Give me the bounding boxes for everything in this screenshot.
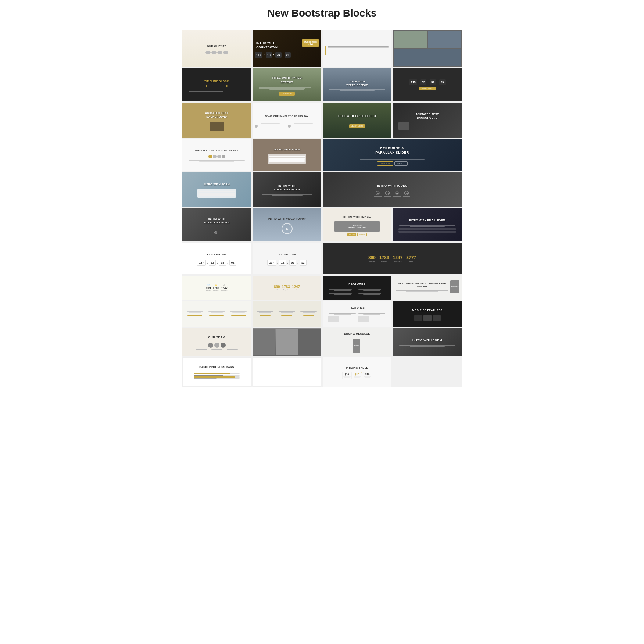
- block-milestones[interactable]: [323, 30, 391, 67]
- cm-a: 899: [274, 285, 280, 289]
- block-placeholder-r11c3: [253, 357, 321, 387]
- block-title-typed-laptop[interactable]: TITLE WITHTYPED EFFECT: [323, 68, 391, 101]
- fantastic-users-label: WHAT OUR FANTASTIC USERS SAY: [264, 113, 310, 119]
- block-photo-top-right[interactable]: [393, 30, 462, 67]
- block-team-photos[interactable]: [253, 328, 321, 356]
- kenburns-btn1[interactable]: LEARN MORE: [377, 161, 393, 166]
- block-services-light[interactable]: [182, 301, 251, 327]
- ci-a: 899: [206, 286, 211, 290]
- block-intro-form-photo-row4[interactable]: INTRO WITH FORM: [253, 139, 321, 171]
- cdw2-hours: 12: [279, 260, 286, 266]
- intro-video-label: INTRO WITH VIDEO POPUP: [266, 216, 307, 222]
- block-intro-sub-form-r6[interactable]: INTRO WITHSUBSCRIBE FORM: [182, 208, 251, 242]
- cdw1-hours: 12: [209, 260, 216, 266]
- counter-b: 1783: [379, 255, 389, 260]
- img-btn2[interactable]: BUTTON: [357, 233, 367, 236]
- cdw1-secs: 02: [229, 260, 236, 266]
- counter-b-label: Projects: [379, 260, 389, 262]
- intro-form-bot-label: INTRO WITH FORM: [411, 337, 444, 344]
- intro-icons-label: INTRO WITH ICONS: [375, 182, 409, 189]
- intro-email-label: INTRO WITH EMAIL FORM: [408, 217, 447, 224]
- cm-c: 1247: [292, 285, 300, 289]
- animated-text-gold-label: ANIMATED TEXTBACKGROUND: [204, 110, 230, 120]
- drop-msg-label: DROP A MESSAGE: [343, 331, 372, 337]
- block-counter-icons[interactable]: 📄 899 articles 📁 1783 Projects ⚙ 1247 me…: [182, 276, 251, 300]
- pricing-table-label: PRICING TABLE: [344, 365, 369, 371]
- block-animated-text-dark[interactable]: ANIMATED TEXTBACKGROUND: [393, 103, 462, 138]
- toolkit-label: MEET THE MOBIRISE 3 LANDING PAGE TOOLKIT: [395, 280, 449, 290]
- timeline-label: TIMELINE BLOCK: [203, 78, 230, 85]
- cdw2-secs: 52: [300, 260, 307, 266]
- block-intro-form-blur[interactable]: INTRO WITH FORM: [182, 172, 251, 207]
- block-intro-icons[interactable]: INTRO WITH ICONS ⊕ ◎: [323, 172, 462, 207]
- block-intro-form-bottom[interactable]: INTRO WITH FORM: [393, 328, 462, 356]
- block-title-typed-mountain[interactable]: TITLE WITH TYPEDEFFECT LEARN MORE: [253, 68, 321, 101]
- block-countdown-w1[interactable]: COUNTDOWN 137 : 12 : 02 : 02: [182, 243, 251, 274]
- features-lg-label: FEATURES: [348, 305, 366, 311]
- block-intro-video[interactable]: INTRO WITH VIDEO POPUP ▶: [253, 208, 321, 242]
- block-mobirise-features[interactable]: MOBIRISE FEATURES: [393, 301, 462, 327]
- block-features-dark[interactable]: FEATURES: [323, 276, 391, 300]
- our-team-label: OUR TEAM: [207, 334, 227, 341]
- block-fantastic-users2[interactable]: WHAT OUR FANTASTIC USERS SAY: [182, 139, 251, 171]
- intro-image-label: INTRO WITH IMAGE: [342, 214, 372, 220]
- price1: $10: [343, 373, 351, 376]
- typed-forest-label: TITLE WITH TYPED EFFECT: [336, 113, 378, 119]
- block-timeline[interactable]: TIMELINE BLOCK: [182, 68, 251, 101]
- price2: $10: [354, 373, 361, 376]
- play-btn[interactable]: ▶: [282, 223, 293, 234]
- block-fantastic-users[interactable]: WHAT OUR FANTASTIC USERS SAY: [253, 103, 321, 138]
- cdw2-mins: 02: [289, 260, 296, 266]
- block-pricing-table[interactable]: PRICING TABLE $10 $10 $10: [323, 357, 391, 387]
- block-toolkit[interactable]: MEET THE MOBIRISE 3 LANDING PAGE TOOLKIT…: [393, 276, 462, 300]
- learn-btn-forest[interactable]: LEARN MORE: [349, 124, 365, 128]
- block-our-team[interactable]: OUR TEAM: [182, 328, 251, 356]
- countdown-days: 117: [255, 52, 262, 58]
- progress-bars-label: Basic Progress Bars: [198, 364, 236, 371]
- block-animated-text-gold[interactable]: ANIMATED TEXTBACKGROUND: [182, 103, 251, 138]
- counter-d: 3777: [406, 255, 416, 260]
- subscribe-now-btn[interactable]: SUBSCRIBENOW: [302, 39, 319, 47]
- cdw2-days: 137: [267, 260, 276, 266]
- countdown-secs: 20: [285, 52, 291, 58]
- countdown-hours: 13: [266, 52, 272, 58]
- intro-sub-form-r6-label: INTRO WITHSUBSCRIBE FORM: [202, 216, 231, 226]
- mobirise-features-label: MOBIRISE FEATURES: [411, 307, 444, 314]
- block-intro-image[interactable]: INTRO WITH IMAGE MOBIRISEWEBSITE BUILDER…: [323, 208, 391, 242]
- block-intro-subscribe[interactable]: INTRO WITHSUBSCRIBE FORM: [253, 172, 321, 207]
- cd-hours: 05: [420, 79, 426, 85]
- page-wrapper: New Bootstrap Blocks OUR CLIENTS INTRO W…: [182, 7, 462, 387]
- our-clients-label: OUR CLIENTS: [205, 43, 228, 50]
- countdown-mins: 25: [275, 52, 282, 58]
- block-countdown-w2[interactable]: COUNTDOWN 137 : 12 : 02 : 52: [253, 243, 321, 274]
- cd-mins: 52: [430, 79, 436, 85]
- block-features-lg[interactable]: FEATURES: [323, 301, 391, 327]
- animated-text-dark-label: ANIMATED TEXTBACKGROUND: [414, 111, 440, 121]
- block-typed-forest[interactable]: TITLE WITH TYPED EFFECT LEARN MORE: [323, 103, 391, 138]
- block-kenburns[interactable]: KENBURNS &PARALLAX SLIDER LEARN MORE ADD…: [323, 139, 462, 171]
- block-drop-message[interactable]: DROP A MESSAGE MOBIRISE: [323, 328, 391, 356]
- intro-form-blur-label: INTRO WITH FORM: [202, 181, 232, 188]
- subscribe-dark-btn[interactable]: SUBSCRIBE: [419, 87, 436, 90]
- title-typed-laptop-label: TITLE WITHTYPED EFFECT: [345, 78, 369, 89]
- cd-days: 115: [409, 79, 417, 85]
- block-our-clients[interactable]: OUR CLIENTS: [182, 30, 251, 67]
- learn-more-btn[interactable]: LEARN MORE: [279, 92, 295, 96]
- intro-subscribe-label: INTRO WITHSUBSCRIBE FORM: [272, 183, 301, 193]
- block-intro-email[interactable]: INTRO WITH EMAIL FORM: [393, 208, 462, 242]
- counter-c: 1247: [393, 255, 403, 260]
- cm-b: 1783: [282, 285, 290, 289]
- block-counter-mid[interactable]: 899 articles 1783 Projects 1247 members: [253, 276, 321, 300]
- block-countdown-dark[interactable]: 115 : 05 : 52 : 09 SUBSCRIBE: [393, 68, 462, 101]
- block-intro-countdown[interactable]: INTRO WITHCOUNTDOWN 117 : 13 : 25 : 20 S…: [253, 30, 321, 67]
- kenburns-btn2[interactable]: ADD TEXT: [394, 161, 408, 166]
- block-counters-dark[interactable]: 899 articles 1783 Projects 1247 members …: [323, 243, 462, 274]
- img-btn1[interactable]: BUTTON: [347, 233, 356, 236]
- kenburns-label: KENBURNS &PARALLAX SLIDER: [374, 144, 410, 156]
- block-services-mid[interactable]: [253, 301, 321, 327]
- counter-d-label: likes: [406, 260, 416, 262]
- block-progress-bars[interactable]: Basic Progress Bars: [182, 357, 251, 387]
- intro-form-photo-label: INTRO WITH FORM: [272, 146, 302, 153]
- countdown-w1-label: COUNTDOWN: [206, 251, 228, 258]
- title-typed-mountain-label: TITLE WITH TYPEDEFFECT: [271, 74, 304, 85]
